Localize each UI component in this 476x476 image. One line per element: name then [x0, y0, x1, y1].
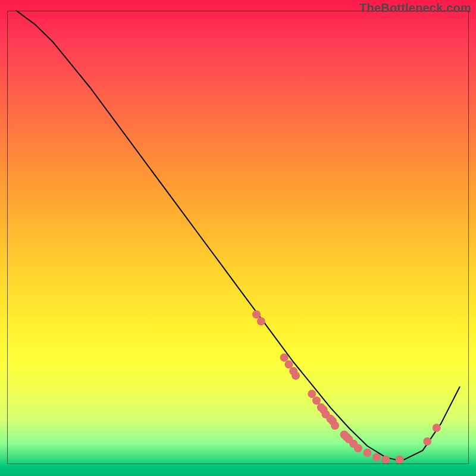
scatter-dot [423, 437, 431, 446]
scatter-dot [280, 353, 289, 362]
chart-container: TheBottleneck.com [0, 0, 476, 476]
scatter-dot [252, 311, 261, 319]
scatter-dot [308, 390, 316, 398]
scatter-dot [312, 396, 321, 405]
scatter-dot [433, 424, 441, 432]
scatter-dot [331, 421, 339, 430]
scatter-dot [372, 453, 381, 462]
scatter-dot [284, 360, 293, 368]
scatter-dot [292, 371, 300, 380]
scatter-dot [257, 317, 265, 325]
scatter-dot [354, 444, 362, 452]
scatter-dot [396, 455, 404, 464]
scatter-dots [252, 311, 441, 464]
watermark-text: TheBottleneck.com [359, 1, 471, 15]
chart-svg [0, 0, 476, 476]
scatter-dot [381, 455, 390, 464]
scatter-dot [363, 449, 371, 457]
curve-line [17, 11, 460, 459]
